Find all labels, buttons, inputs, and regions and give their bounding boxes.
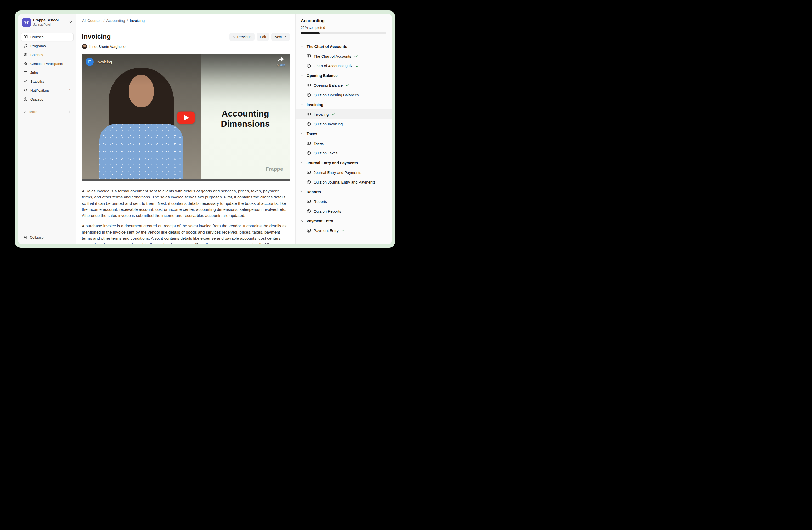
graduation-cap-icon (24, 20, 29, 25)
chevron-down-icon (301, 132, 304, 135)
course-title: Accounting (301, 18, 386, 23)
author-name: Linet Sherin Varghese (89, 44, 126, 49)
breadcrumb-link[interactable]: All Courses (82, 18, 102, 23)
breadcrumb: All Courses/Accounting/Invoicing (76, 14, 295, 28)
item-label: Taxes (314, 141, 323, 145)
breadcrumb-link[interactable]: Accounting (106, 18, 125, 23)
workspace-switcher[interactable]: Frappe School Jannat Patel (21, 16, 73, 29)
notification-count-badge: 1 (69, 88, 71, 92)
quiz-item-quiz-on-taxes[interactable]: Quiz on Taxes (295, 148, 392, 158)
lesson-item-taxes[interactable]: Taxes (295, 139, 392, 148)
item-label: Quiz on Opening Balances (314, 93, 359, 97)
chapter-row-the-chart-of-accounts[interactable]: The Chart of Accounts (295, 42, 392, 51)
previous-button[interactable]: Previous (229, 33, 255, 41)
chevron-left-icon (233, 36, 235, 38)
chapter-title: Opening Balance (307, 73, 337, 78)
sidebar-item-label: Jobs (30, 71, 38, 75)
item-label: The Chart of Accounts (314, 54, 351, 58)
more-label: More (29, 110, 38, 114)
collapse-icon (23, 235, 27, 239)
lesson-item-opening-balance[interactable]: Opening Balance (295, 80, 392, 90)
item-label: Invoicing (314, 112, 329, 116)
share-button[interactable]: Share (276, 57, 285, 67)
video-player[interactable]: Accounting Dimensions Frappe F Invoicing (82, 54, 290, 181)
breadcrumb-separator: / (127, 18, 128, 23)
quiz-icon (307, 151, 311, 155)
quiz-item-chart-of-accounts-quiz[interactable]: Chart of Accounts Quiz (295, 61, 392, 71)
chevron-down-icon (301, 74, 304, 77)
sidebar-item-certified-participants[interactable]: Certified Participants (21, 59, 73, 68)
quiz-icon (307, 180, 311, 184)
chapter-title: Reports (307, 190, 321, 194)
sidebar-item-label: Quizzes (30, 97, 43, 101)
channel-avatar[interactable]: F (86, 58, 93, 66)
chapter-title: Taxes (307, 132, 317, 136)
author-row: Linet Sherin Varghese (82, 44, 290, 49)
sidebar-item-more[interactable]: More (21, 108, 73, 115)
lesson-item-reports[interactable]: Reports (295, 197, 392, 206)
quiz-item-quiz-on-reports[interactable]: Quiz on Reports (295, 206, 392, 216)
lesson-content: Invoicing Previous Edit Next (76, 28, 295, 244)
chapter-row-reports[interactable]: Reports (295, 187, 392, 197)
sidebar-item-jobs[interactable]: Jobs (21, 68, 73, 77)
chapter-title: The Chart of Accounts (307, 44, 347, 49)
sidebar-nav: CoursesProgramsBatchesCertified Particip… (21, 33, 73, 103)
lesson-item-journal-entry-and-payments[interactable]: Journal Entry and Payments (295, 168, 392, 177)
trending-up-icon (24, 79, 28, 84)
sidebar-item-statistics[interactable]: Statistics (21, 77, 73, 86)
item-label: Journal Entry and Payments (314, 170, 361, 175)
next-button[interactable]: Next (271, 33, 290, 41)
sidebar-item-label: Notifications (30, 88, 50, 93)
author-avatar (82, 44, 87, 49)
presenter-shirt (99, 124, 183, 181)
video-progress-bar[interactable] (82, 179, 290, 181)
chevron-right-icon (23, 110, 27, 113)
plus-icon[interactable] (67, 110, 71, 114)
chapter-row-journal-entry-and-payments[interactable]: Journal Entry and Payments (295, 158, 392, 168)
play-button[interactable] (177, 112, 194, 124)
chapter-title: Journal Entry and Payments (307, 161, 358, 165)
video-title-row: F Invoicing (86, 58, 112, 66)
lesson-item-the-chart-of-accounts[interactable]: The Chart of Accounts (295, 51, 392, 61)
sidebar-item-programs[interactable]: Programs (21, 42, 73, 50)
presenter-face (129, 75, 154, 107)
lesson-icon (307, 83, 311, 87)
quiz-item-quiz-on-opening-balances[interactable]: Quiz on Opening Balances (295, 90, 392, 100)
brand-texts: Frappe School Jannat Patel (33, 18, 67, 27)
page-title: Invoicing (82, 33, 111, 40)
lesson-item-payment-entry[interactable]: Payment Entry (295, 226, 392, 235)
sidebar-item-label: Courses (30, 35, 43, 39)
video-title[interactable]: Invoicing (97, 60, 112, 64)
progress-fill (301, 32, 320, 34)
item-label: Chart of Accounts Quiz (314, 64, 352, 68)
lesson-paragraph-2: A purchase invoice is a document created… (82, 223, 290, 244)
bell-icon (24, 88, 28, 93)
chapter-row-payment-entry[interactable]: Payment Entry (295, 216, 392, 226)
quiz-icon (307, 64, 311, 68)
check-icon (356, 64, 359, 68)
chapter-row-opening-balance[interactable]: Opening Balance (295, 71, 392, 80)
sidebar-item-label: Batches (30, 53, 43, 57)
item-label: Reports (314, 199, 327, 204)
quiz-icon (307, 122, 311, 126)
app-frame: Frappe School Jannat Patel CoursesProgra… (15, 11, 395, 248)
chevron-down-icon (301, 103, 304, 106)
chapter-row-invoicing[interactable]: Invoicing (295, 100, 392, 110)
main-area: All Courses/Accounting/Invoicing Invoici… (76, 14, 295, 244)
chevron-down-icon (301, 220, 304, 223)
item-label: Quiz on Journal Entry and Payments (314, 180, 375, 184)
sidebar-item-quizzes[interactable]: Quizzes (21, 95, 73, 103)
course-header: Accounting 22% completed (295, 14, 392, 38)
collapse-sidebar-button[interactable]: Collapse (21, 233, 46, 241)
quiz-item-quiz-on-journal-entry-and-payments[interactable]: Quiz on Journal Entry and Payments (295, 177, 392, 187)
lesson-item-invoicing[interactable]: Invoicing (295, 110, 392, 119)
sidebar-item-notifications[interactable]: Notifications1 (21, 86, 73, 95)
edit-button[interactable]: Edit (257, 33, 269, 41)
sidebar-item-courses[interactable]: Courses (21, 33, 73, 41)
sidebar-item-label: Statistics (30, 80, 44, 84)
page-background: Frappe School Jannat Patel CoursesProgra… (0, 0, 406, 265)
item-label: Opening Balance (314, 83, 343, 87)
sidebar-item-batches[interactable]: Batches (21, 51, 73, 59)
quiz-item-quiz-on-invoicing[interactable]: Quiz on Invoicing (295, 119, 392, 129)
chapter-row-taxes[interactable]: Taxes (295, 129, 392, 139)
